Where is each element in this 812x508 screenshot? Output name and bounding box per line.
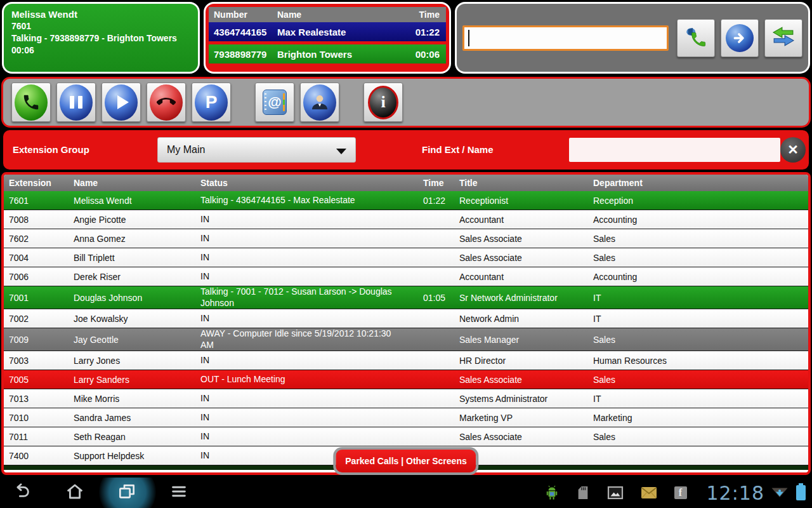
transfer-button[interactable] [764,19,802,57]
cell-status: IN [195,252,418,264]
park-button[interactable]: P [192,83,231,122]
cell-title: Sales Associate [454,375,588,385]
extension-row[interactable]: 7006 Derek Riser IN Accountant Accountin… [4,267,808,286]
cell-status: IN [195,412,418,424]
android-notification-icon[interactable] [545,485,559,500]
extensions-table-body: 7601 Melissa Wendt Talking - 4364744165 … [4,191,808,465]
calls-list-body: 4364744165 Max Realestate 01:22 79388987… [209,22,446,64]
call-control-toolbar: P @ i [1,77,811,128]
extension-group-select[interactable]: My Main [157,137,356,163]
cell-title: Sales Associate [454,253,588,263]
recents-button[interactable] [114,482,140,504]
back-button[interactable] [9,482,34,504]
caller-status: Talking - 7938898779 - Brighton Towers [11,32,190,44]
play-icon [105,84,138,121]
phone-answer-icon [15,84,48,121]
extensions-table: Extension Name Status Time Title Departm… [1,172,811,475]
dial-number-input[interactable] [462,25,669,51]
cell-extension: 7009 [4,335,69,345]
cell-department: Sales [588,253,808,263]
cell-name: Derek Riser [69,272,195,282]
cell-name: Douglas Johnson [69,293,195,303]
cell-extension: 7001 [4,293,69,303]
cell-extension: 7003 [4,356,69,366]
parked-calls-button[interactable]: Parked Calls | Other Screens [333,447,478,475]
cell-title: Sales Associate [454,234,588,244]
cell-extension: 7004 [4,253,69,263]
col-status: Status [195,178,418,188]
extension-group-value: My Main [167,144,205,156]
calls-col-time: Time [407,10,446,20]
extension-row[interactable]: 7008 Angie Picotte IN Accountant Account… [4,210,808,229]
cell-extension: 7400 [4,451,69,461]
caller-duration: 00:06 [11,44,190,57]
clear-search-button[interactable]: ✕ [780,137,806,163]
resume-button[interactable] [102,83,141,122]
cell-extension: 7005 [4,375,69,385]
cell-extension: 7011 [4,432,69,442]
answer-button[interactable] [11,83,51,122]
cell-department: Human Resources [588,356,808,366]
top-row: Melissa Wendt 7601 Talking - 7938898779 … [2,2,810,74]
status-tray[interactable]: f 12:18 [545,478,806,508]
extension-row[interactable]: 7011 Seth Reagan IN Sales Associate Sale… [4,427,808,446]
info-button[interactable]: i [363,83,403,122]
battery-icon [796,485,806,500]
cell-title: Marketing VP [454,413,588,423]
col-title: Title [454,178,588,188]
contacts-button[interactable]: @ [255,83,294,122]
cell-title: Receptionist [454,196,588,206]
cell-extension: 7601 [4,196,69,206]
mail-notification-icon[interactable] [641,486,657,499]
user-directory-button[interactable] [300,83,339,122]
cell-name: Seth Reagan [69,432,195,442]
cell-status: Talking - 7001 - 7012 - Susan Larson -> … [195,286,418,309]
cell-name: Mike Morris [69,394,195,404]
call-row[interactable]: 7938898779 Brighton Towers 00:06 [209,44,446,64]
calls-list-header: Number Name Time [209,7,446,22]
cell-status: IN [195,313,418,324]
gallery-notification-icon[interactable] [607,485,624,500]
extension-row[interactable]: 7001 Douglas Johnson Talking - 7001 - 70… [4,286,808,309]
cell-name: Joe Kowalsky [69,314,195,324]
extension-row[interactable]: 7601 Melissa Wendt Talking - 4364744165 … [4,191,808,210]
cell-title: Accountant [454,272,588,282]
extension-row[interactable]: 7602 Anna Gomez IN Sales Associate Sales [4,229,808,248]
cell-status: OUT - Lunch Meeting [195,374,418,385]
dial-panel [455,2,810,74]
cell-title: Accountant [454,215,588,225]
find-input[interactable] [569,138,780,162]
col-extension: Extension [4,178,69,188]
hold-button[interactable] [56,83,96,122]
cell-extension: 7008 [4,215,69,225]
extension-row[interactable]: 7005 Larry Sanders OUT - Lunch Meeting S… [4,370,808,389]
dial-go-button[interactable] [721,19,759,57]
address-book-icon: @ [263,90,287,115]
sd-card-notification-icon[interactable] [576,485,590,500]
cell-time: 01:22 [418,196,454,206]
active-caller-panel[interactable]: Melissa Wendt 7601 Talking - 7938898779 … [2,2,200,74]
cell-title: Sr Network Administrator [454,293,588,303]
extension-row[interactable]: 7003 Larry Jones IN HR Director Human Re… [4,351,808,370]
extension-row[interactable]: 7002 Joe Kowalsky IN Network Admin IT [4,309,808,328]
dial-call-button[interactable] [677,19,715,57]
cell-name: Angie Picotte [69,215,195,225]
phone-hangup-icon [150,84,183,121]
extension-row[interactable]: 7013 Mike Morris IN Systems Administrato… [4,389,808,408]
hangup-button[interactable] [147,83,186,122]
extension-row[interactable]: 7004 Bill Triplett IN Sales Associate Sa… [4,248,808,267]
cell-time: 01:05 [418,293,454,303]
cell-name: Melissa Wendt [69,196,195,206]
cell-name: Anna Gomez [69,234,195,244]
facebook-notification-icon[interactable]: f [674,486,687,499]
extension-row[interactable]: 7010 Sandra James IN Marketing VP Market… [4,408,808,427]
arrow-right-icon [726,24,754,52]
extension-row[interactable]: 7009 Jay Geottle AWAY - Computer Idle si… [4,328,808,351]
col-name: Name [69,178,195,188]
menu-button[interactable] [166,482,192,504]
home-button[interactable] [62,482,88,504]
menu-icon [169,481,189,504]
call-time: 01:22 [407,27,446,37]
call-row[interactable]: 4364744165 Max Realestate 01:22 [209,22,446,41]
dial-input-wrap [462,25,669,51]
